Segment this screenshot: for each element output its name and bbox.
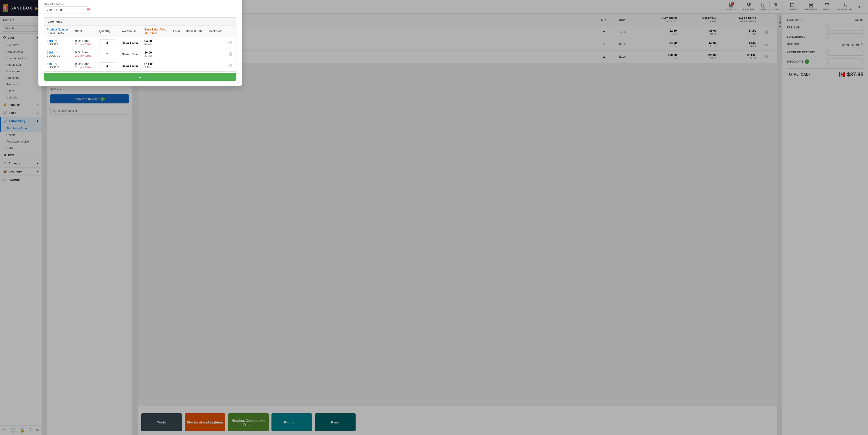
scroll-up-icon: ▲ [138, 75, 142, 79]
modal-row-1-stock: 0 On Hand 2 Back Order [72, 37, 96, 48]
col-stock: Stock [72, 26, 96, 37]
receipt-date-input[interactable] [47, 8, 85, 12]
modal-row-1-warehouse: Nova Scotia [119, 37, 142, 48]
line-items-table-head: Product Number Product Name Stock Quanti… [44, 26, 236, 37]
product-link-0001[interactable]: 0001 [47, 39, 53, 43]
table-row: 0003 ✎ BLOCK C 0 On Hand 2 Back Order [44, 60, 236, 71]
col-warehouse: Warehouse [119, 26, 142, 37]
modal-overlay[interactable]: Receipt ⬜ ✕ Cancel Save Receipt Date 📅 L… [0, 0, 868, 435]
modal-row-2-warehouse: Nova Scotia [119, 48, 142, 60]
table-row: 0002 ✎ BLOCK BB 0 On Hand 2 Back Order [44, 48, 236, 60]
receipt-date-label: Receipt Date [44, 2, 237, 5]
col-quantity: Quantity [96, 26, 119, 37]
modal-row-3-price: $11.00 9.1% [142, 60, 170, 71]
col-base-sales-price: Base Sales Price Est. Margin [142, 26, 170, 37]
modal-date-field: Receipt Date 📅 [44, 2, 237, 14]
line-items-tab-label: Line Items [48, 20, 62, 23]
modal-row-2-stock: 0 On Hand 2 Back Order [72, 48, 96, 60]
line-items-table: Product Number Product Name Stock Quanti… [44, 26, 236, 71]
modal-row-1-product: 0001 ✎ BLOCK A [44, 37, 72, 48]
product-edit-icon-0002[interactable]: ✎ [55, 51, 57, 54]
modal-row-3-warehouse: Nova Scotia [119, 60, 142, 71]
modal-qty-input-2[interactable] [99, 51, 115, 57]
product-edit-icon-0001[interactable]: ✎ [55, 39, 57, 43]
modal-delete-row-3-button[interactable]: 🗑 [229, 63, 233, 68]
product-link-0003[interactable]: 0003 [47, 62, 53, 66]
calendar-icon[interactable]: 📅 [87, 8, 90, 12]
modal-row-3-harvest [183, 60, 206, 71]
product-name-0003: BLOCK C [47, 66, 70, 69]
modal-row-3-delete: 🗑 [226, 60, 236, 71]
receipt-modal: Receipt ⬜ ✕ Cancel Save Receipt Date 📅 L… [38, 0, 242, 86]
modal-delete-row-2-button[interactable]: 🗑 [229, 52, 233, 57]
modal-delete-row-1-button[interactable]: 🗑 [229, 40, 233, 45]
receipt-date-container: 📅 [44, 6, 89, 14]
line-items-header-row: Product Number Product Name Stock Quanti… [44, 26, 236, 37]
modal-row-1-lot [170, 37, 183, 48]
modal-row-1-price: $4.50 44.4% [142, 37, 170, 48]
modal-row-1-harvest [183, 37, 206, 48]
modal-row-2-pack [207, 48, 226, 60]
col-delete-actions [226, 26, 236, 37]
product-link-0002[interactable]: 0002 [47, 51, 53, 54]
col-harvest-date: Harvest Date [183, 26, 206, 37]
table-row: 0001 ✎ BLOCK A 0 On Hand 2 Back Order [44, 37, 236, 48]
modal-row-1-delete: 🗑 [226, 37, 236, 48]
modal-row-2-price: $6.00 33.3% [142, 48, 170, 60]
modal-row-3-lot [170, 60, 183, 71]
modal-row-1-pack [207, 37, 226, 48]
scroll-up-indicator[interactable]: ▲ [44, 73, 237, 80]
line-items-table-body: 0001 ✎ BLOCK A 0 On Hand 2 Back Order [44, 37, 236, 71]
modal-row-2-lot [170, 48, 183, 60]
col-lot: Lot # [170, 26, 183, 37]
modal-row-3-qty [96, 60, 119, 71]
modal-row-2-delete: 🗑 [226, 48, 236, 60]
modal-qty-input-1[interactable] [99, 39, 115, 46]
line-items-tab: Line Items Product Number Product Name S… [44, 18, 237, 72]
col-pack-date: Pack Date [207, 26, 226, 37]
modal-qty-input-3[interactable] [99, 62, 115, 69]
product-name-0002: BLOCK BB [47, 54, 70, 57]
product-edit-icon-0003[interactable]: ✎ [55, 63, 57, 66]
modal-row-2-qty [96, 48, 119, 60]
line-items-tab-header: Line Items [44, 18, 236, 26]
modal-row-2-product: 0002 ✎ BLOCK BB [44, 48, 72, 60]
modal-row-2-harvest [183, 48, 206, 60]
modal-line-items-scroll[interactable]: Product Number Product Name Stock Quanti… [44, 26, 236, 71]
modal-row-3-pack [207, 60, 226, 71]
col-product-number: Product Number Product Name [44, 26, 72, 37]
modal-row-3-stock: 0 On Hand 2 Back Order [72, 60, 96, 71]
modal-row-3-product: 0003 ✎ BLOCK C [44, 60, 72, 71]
product-name-0001: BLOCK A [47, 43, 70, 46]
modal-row-1-qty [96, 37, 119, 48]
